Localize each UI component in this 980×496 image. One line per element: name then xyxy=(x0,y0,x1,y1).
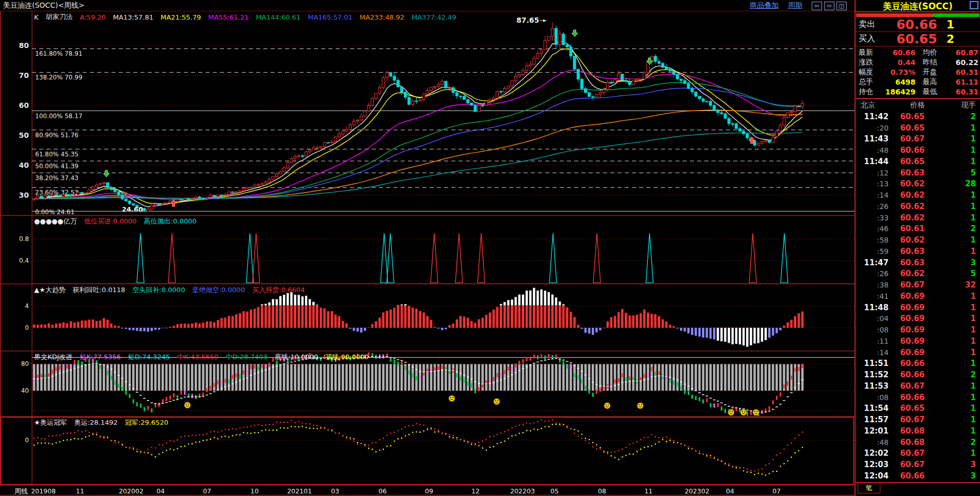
trade-time: :58 xyxy=(856,236,889,244)
quote-field-row: 幅度0.73%开盘60.31 xyxy=(856,67,980,77)
split-window-icon[interactable]: ◫ xyxy=(836,2,847,10)
indicator-name: 胡家刀法 xyxy=(46,12,73,22)
trade-time: :38 xyxy=(856,281,889,289)
panel2-axis-tick: 0.4 xyxy=(19,257,29,264)
trade-volume: 3 xyxy=(936,258,976,267)
tape-row: 11:4860.691 xyxy=(856,302,980,313)
smiley-signal-icon xyxy=(184,402,191,408)
time-axis-tick: 202203 xyxy=(510,487,535,495)
tape-row: 11:4460.651 xyxy=(856,156,980,167)
time-axis-tick: 10 xyxy=(250,487,259,495)
tape-row: :0460.691 xyxy=(856,313,980,325)
trade-volume: 1 xyxy=(936,314,976,323)
tape-column-header: 北京 xyxy=(861,101,897,110)
trade-volume: 28 xyxy=(936,179,976,188)
trade-volume: 1 xyxy=(936,157,976,166)
tape-list[interactable]: 11:4260.652:2060.65111:4360.671:4860.661… xyxy=(856,111,980,482)
tab-tick[interactable]: 笔 xyxy=(858,483,880,493)
bid-qty: 2 xyxy=(946,33,954,45)
field-label: 持仓 xyxy=(859,87,879,97)
fib-level-label: 161.80% 78.91 xyxy=(35,50,83,57)
trade-price: 60.61 xyxy=(889,224,936,233)
instrument-title: 美豆油连(SOCC)<周线> xyxy=(3,1,85,10)
quote-field-row: 最新60.66均价60.87 xyxy=(856,47,980,57)
prev-arrow-icon[interactable]: ⇦ xyxy=(812,2,822,10)
smiley-signal-icon xyxy=(449,395,455,402)
next-arrow-icon[interactable]: ⇨ xyxy=(824,2,834,10)
legend-item: A:59.20 xyxy=(80,13,106,21)
trade-time: :59 xyxy=(856,247,889,255)
trade-price: 60.65 xyxy=(889,123,936,133)
trade-price: 60.67 xyxy=(889,449,936,458)
sell-signal-arrow-icon xyxy=(572,30,578,37)
time-axis-tick: 04 xyxy=(156,487,165,495)
legend-item: 坚绝做空:0.0000 xyxy=(192,285,245,295)
field-label: 均价 xyxy=(923,48,943,57)
trade-price: 60.66 xyxy=(889,370,936,379)
indicator-name: ●●●●●亿万 xyxy=(34,217,77,226)
trade-time: 11:44 xyxy=(856,157,889,166)
tape-row: :3860.6732 xyxy=(856,279,980,291)
time-axis-tick: 11 xyxy=(76,487,84,495)
field-label: 昨结 xyxy=(923,58,943,67)
time-axis-tick: 07 xyxy=(772,487,781,495)
tape-row: 11:5360.671 xyxy=(856,380,980,392)
trade-time: :14 xyxy=(856,348,889,357)
field-label: 幅度 xyxy=(859,68,879,77)
ask-row[interactable]: 卖出 60.66 1 xyxy=(856,18,980,32)
price-axis-tick: 50 xyxy=(19,131,29,139)
trade-volume: 3 xyxy=(936,460,976,469)
price-axis-tick: 30 xyxy=(19,191,29,199)
legend-item: 冠军:29.6520 xyxy=(125,418,168,427)
restore-window-icon[interactable] xyxy=(970,1,978,9)
trade-volume: 1 xyxy=(936,292,976,301)
indicator-name: 界文KDJ改进 xyxy=(34,353,72,362)
trade-price: 60.63 xyxy=(889,168,936,178)
trade-time: :20 xyxy=(856,124,889,132)
tape-row: :5860.621 xyxy=(856,234,980,246)
legend-item: MA144:60.61 xyxy=(256,13,301,21)
quote-field-row: 涨跌0.44昨结60.22 xyxy=(856,57,980,67)
legend-item: MA55:61.21 xyxy=(208,13,248,21)
field-label: 最高 xyxy=(923,77,943,87)
time-axis-tick: 202101 xyxy=(287,487,312,495)
smiley-signal-icon xyxy=(728,409,734,415)
field-value: 60.31 xyxy=(943,68,978,76)
ma-line-MA55 xyxy=(34,70,802,200)
tape-column-header: 价格 xyxy=(897,101,938,110)
trade-time: 11:51 xyxy=(856,359,889,368)
field-label: 最低 xyxy=(923,87,943,97)
overlay-commodity-link[interactable]: 商品叠加 xyxy=(750,1,779,10)
time-axis-tick: 11 xyxy=(644,487,653,495)
trade-price: 60.67 xyxy=(889,280,936,290)
legend-item: 空头回补:0.0000 xyxy=(133,285,185,295)
trade-price: 60.67 xyxy=(889,134,936,143)
trade-price: 60.68 xyxy=(889,426,936,436)
bid-row[interactable]: 买入 60.65 2 xyxy=(856,32,980,46)
field-value: 6498 xyxy=(879,78,915,86)
smiley-signal-icon xyxy=(753,409,759,415)
indicator-name: ▲★大趋势 xyxy=(34,285,66,295)
field-value: 0.44 xyxy=(879,58,915,67)
trade-time: 12:03 xyxy=(856,460,889,469)
smiley-signal-icon xyxy=(494,398,500,405)
panel5-axis-tick: 0 xyxy=(25,437,29,444)
trade-time: 11:47 xyxy=(856,258,889,267)
trade-volume: 1 xyxy=(936,247,976,256)
ma-line-MA13 xyxy=(34,41,802,207)
trade-time: :08 xyxy=(856,393,889,402)
field-value: 60.31 xyxy=(943,88,978,96)
tape-row: :4660.612 xyxy=(856,223,980,235)
trade-time: :04 xyxy=(856,314,889,323)
smiley-signal-icon xyxy=(740,409,747,415)
tape-row: 12:0460.663 xyxy=(856,470,980,482)
app-window: 807060504030161.80% 78.91138.20% 70.9910… xyxy=(0,0,980,496)
period-link[interactable]: 周期 xyxy=(788,1,802,10)
trade-price: 60.67 xyxy=(889,415,936,424)
time-axis-tick: 06 xyxy=(378,487,387,495)
field-label: 涨跌 xyxy=(859,58,879,67)
header-toolbar: 商品叠加 周期 ⇦⇨◫ xyxy=(750,1,847,10)
legend-item: MA13:57.81 xyxy=(113,13,153,21)
legend-item: 获利回吐:0.0118 xyxy=(73,285,125,295)
legend-item: 奥运:28.1492 xyxy=(74,418,118,427)
